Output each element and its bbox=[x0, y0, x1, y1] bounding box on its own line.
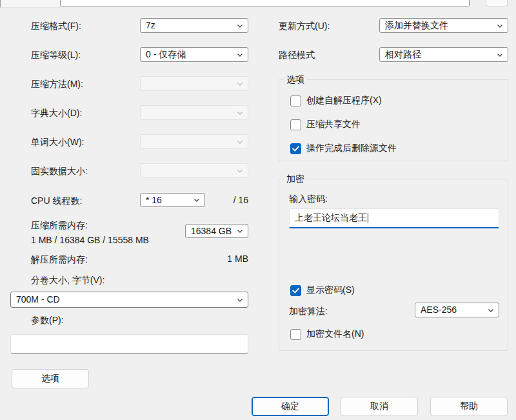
method-label: 压缩方法(M): bbox=[31, 78, 83, 90]
checkbox-icon[interactable] bbox=[290, 119, 301, 130]
show-password-label: 显示密码(S) bbox=[306, 285, 355, 296]
help-button[interactable]: 帮助 bbox=[430, 397, 508, 416]
word-size-combobox bbox=[140, 134, 248, 149]
format-label: 压缩格式(F): bbox=[31, 20, 81, 32]
cpu-threads-total: / 16 bbox=[219, 195, 248, 205]
chevron-down-icon bbox=[236, 22, 244, 30]
checkbox-icon[interactable] bbox=[290, 95, 301, 106]
update-mode-combobox[interactable]: 添加并替换文件 bbox=[379, 18, 508, 33]
encryption-method-value: AES-256 bbox=[421, 303, 483, 317]
create-sfx-label: 创建自解压程序(X) bbox=[306, 95, 382, 106]
encrypt-names-checkbox-row[interactable]: 加密文件名(N) bbox=[290, 328, 364, 340]
chevron-down-icon bbox=[236, 138, 244, 146]
volume-split-label: 分卷大小, 字节(V): bbox=[31, 274, 104, 286]
dictionary-combobox bbox=[140, 105, 248, 120]
cancel-button-label: 取消 bbox=[370, 401, 388, 412]
options-button-label: 选项 bbox=[41, 373, 59, 385]
encryption-group-title: 加密 bbox=[284, 173, 307, 185]
help-button-label: 帮助 bbox=[460, 401, 478, 412]
password-value: 上老王论坛当老王 bbox=[295, 212, 367, 224]
level-combobox[interactable]: 0 - 仅存储 bbox=[140, 47, 248, 62]
format-value: 7z bbox=[146, 19, 232, 32]
cpu-threads-label: CPU 线程数: bbox=[31, 195, 82, 206]
path-mode-label: 路径模式 bbox=[279, 49, 315, 61]
shared-files-label: 压缩共享文件 bbox=[306, 119, 361, 130]
chevron-down-icon bbox=[236, 296, 244, 304]
cpu-threads-value: * 16 bbox=[146, 194, 189, 207]
add-to-archive-dialog: { "left": { "rows": [ {"label": "压缩格式(F)… bbox=[0, 0, 516, 420]
chevron-down-icon bbox=[236, 51, 244, 59]
solid-block-label: 固实数据大小: bbox=[31, 165, 88, 177]
chevron-down-icon bbox=[487, 306, 495, 314]
check-icon bbox=[291, 286, 301, 295]
memory-compress-detail: 1 MB / 16384 GB / 15558 MB bbox=[31, 234, 149, 246]
delete-after-label: 操作完成后删除源文件 bbox=[306, 143, 397, 154]
delete-after-checkbox-row[interactable]: 操作完成后删除源文件 bbox=[290, 143, 397, 154]
password-input[interactable]: 上老王论坛当老王 bbox=[289, 208, 499, 228]
update-mode-value: 添加并替换文件 bbox=[385, 19, 492, 32]
level-value: 0 - 仅存储 bbox=[146, 48, 232, 61]
check-icon bbox=[291, 144, 301, 154]
ok-button-label: 确定 bbox=[281, 401, 299, 412]
parameters-label: 参数(P): bbox=[31, 314, 64, 326]
dictionary-label: 字典大小(D): bbox=[31, 107, 82, 119]
checkbox-icon[interactable] bbox=[290, 285, 301, 296]
word-size-label: 单词大小(W): bbox=[31, 136, 84, 148]
checkbox-icon[interactable] bbox=[290, 329, 301, 340]
path-mode-combobox[interactable]: 相对路径 bbox=[379, 47, 508, 62]
top-tab-fragment bbox=[0, 0, 60, 8]
memory-compress-label: 压缩所需内存: bbox=[31, 219, 88, 231]
cpu-threads-combobox[interactable]: * 16 bbox=[140, 193, 205, 207]
memory-compress-value: 16384 GB bbox=[191, 225, 232, 238]
show-password-checkbox-row[interactable]: 显示密码(S) bbox=[290, 285, 355, 296]
ok-button[interactable]: 确定 bbox=[252, 397, 329, 416]
chevron-down-icon bbox=[236, 227, 244, 235]
text-caret bbox=[368, 213, 368, 223]
solid-block-combobox bbox=[140, 163, 248, 178]
checkbox-icon[interactable] bbox=[290, 143, 301, 154]
password-label: 输入密码: bbox=[289, 193, 328, 205]
update-mode-label: 更新方式(U): bbox=[279, 20, 330, 32]
options-button[interactable]: 选项 bbox=[12, 369, 89, 388]
level-label: 压缩等级(L): bbox=[31, 49, 81, 61]
chevron-down-icon bbox=[236, 167, 244, 175]
chevron-down-icon bbox=[496, 22, 504, 30]
chevron-down-icon bbox=[496, 51, 504, 59]
encryption-method-combobox[interactable]: AES-256 bbox=[415, 303, 499, 317]
method-combobox bbox=[140, 76, 248, 91]
memory-decompress-value: 1 MB bbox=[194, 254, 248, 264]
archive-name-combobox-fragment[interactable] bbox=[60, 0, 470, 6]
memory-decompress-label: 解压所需内存: bbox=[31, 254, 88, 265]
volume-split-value: 700M - CD bbox=[16, 293, 232, 306]
memory-compress-combobox[interactable]: 16384 GB bbox=[185, 224, 248, 238]
chevron-down-icon bbox=[193, 196, 201, 204]
path-mode-value: 相对路径 bbox=[385, 48, 492, 61]
encrypt-names-label: 加密文件名(N) bbox=[306, 328, 364, 340]
options-group-title: 选项 bbox=[284, 74, 307, 85]
parameters-input[interactable] bbox=[10, 334, 248, 354]
shared-files-checkbox-row[interactable]: 压缩共享文件 bbox=[290, 119, 361, 130]
cancel-button[interactable]: 取消 bbox=[341, 397, 418, 416]
chevron-down-icon bbox=[236, 80, 244, 88]
encryption-group bbox=[279, 179, 508, 351]
encryption-method-label: 加密算法: bbox=[289, 305, 328, 317]
browse-button-fragment[interactable] bbox=[486, 0, 508, 6]
volume-split-combobox[interactable]: 700M - CD bbox=[10, 292, 248, 308]
create-sfx-checkbox-row[interactable]: 创建自解压程序(X) bbox=[290, 95, 382, 106]
chevron-down-icon bbox=[236, 109, 244, 117]
format-combobox[interactable]: 7z bbox=[140, 18, 248, 33]
